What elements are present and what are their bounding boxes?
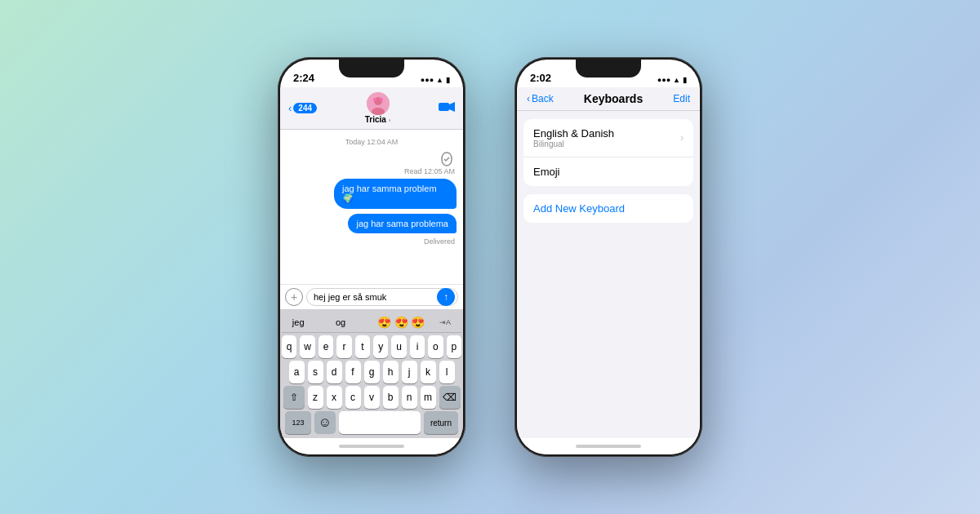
contact-avatar [367,92,390,115]
message-input-area[interactable]: + hej jeg er så smuk ↑ [280,284,463,309]
english-danish-row[interactable]: English & Danish Bilingual › [523,119,693,157]
message-bubble-1: jag har samma problem 🌍 [334,179,457,209]
signal-icon: ●●● [421,76,434,84]
key-l[interactable]: l [439,361,455,383]
messages-nav: ‹ 244 Tricia › [280,87,463,130]
back-chevron-settings-icon: ‹ [527,93,530,104]
home-indicator-settings [517,438,700,454]
key-g[interactable]: g [364,361,380,383]
contact-name: Tricia › [365,115,391,124]
notch [339,60,404,78]
key-p[interactable]: p [447,335,461,358]
key-i[interactable]: i [410,335,425,358]
key-a[interactable]: a [289,361,305,383]
numbers-key[interactable]: 123 [285,411,311,434]
contact-info[interactable]: Tricia › [365,92,391,124]
input-text: hej jeg er så smuk [314,292,386,302]
return-key[interactable]: return [424,411,458,434]
emoji-key[interactable]: ☺ [314,411,336,434]
delete-key[interactable]: ⌫ [439,386,461,409]
english-danish-title: English & Danish [533,127,614,140]
key-v[interactable]: v [364,386,380,409]
wifi-icon: ▲ [436,76,443,84]
key-y[interactable]: y [373,335,388,358]
key-b[interactable]: b [383,386,399,409]
key-f[interactable]: f [345,361,361,383]
svg-rect-5 [439,103,449,111]
suggestion-2[interactable]: og [336,317,345,327]
signal-icon-settings: ●●● [657,76,670,84]
read-label: Read 12:05 AM [404,167,455,175]
lang-indicator: ⇥A [439,318,451,326]
shift-key[interactable]: ⇧ [283,386,305,409]
key-d[interactable]: d [327,361,342,383]
edit-button[interactable]: Edit [673,93,690,104]
english-danish-subtitle: Bilingual [533,140,614,148]
status-time-settings: 2:02 [530,72,551,84]
add-keyboard-label: Add New Keyboard [533,202,625,215]
send-button[interactable]: ↑ [437,288,455,306]
key-e[interactable]: e [318,335,333,358]
add-keyboard-section: Add New Keyboard [523,194,693,223]
keyboards-list: English & Danish Bilingual › Emoji [523,119,693,186]
status-icons-settings: ●●● ▲ ▮ [657,76,687,84]
video-call-button[interactable] [439,101,455,116]
key-q[interactable]: q [282,335,296,358]
read-status: Read 12:05 AM [288,151,455,175]
phone-settings: 2:02 ●●● ▲ ▮ ‹ Back Keyboards Edit Engli… [514,57,702,457]
notch-settings [576,60,641,78]
delivered-label: Delivered [424,237,455,246]
svg-point-3 [373,98,376,101]
status-icons-messages: ●●● ▲ ▮ [421,76,450,84]
key-w[interactable]: w [300,335,314,358]
settings-nav: ‹ Back Keyboards Edit [517,87,700,111]
english-danish-info: English & Danish Bilingual [533,127,614,148]
battery-icon-settings: ▮ [683,76,687,84]
wifi-icon-settings: ▲ [673,76,680,84]
messages-body: Today 12:04 AM Read 12:05 AM jag har sam… [280,130,463,284]
settings-body: English & Danish Bilingual › Emoji Add N… [517,111,700,438]
key-r[interactable]: r [336,335,351,358]
back-badge[interactable]: 244 [293,103,317,113]
keyboard-row-2: a s d f g h j k l [282,361,461,383]
suggestion-1[interactable]: jeg [292,317,305,327]
suggestion-3[interactable]: 😍 😍 😍 [377,316,425,329]
svg-point-4 [380,98,383,101]
back-button-messages[interactable]: ‹ 244 [288,102,317,114]
key-m[interactable]: m [421,386,436,409]
key-h[interactable]: h [383,361,399,383]
keyboard-row-1: q w e r t y u i o p [282,335,461,358]
key-x[interactable]: x [327,386,342,409]
key-k[interactable]: k [421,361,436,383]
space-key[interactable] [339,411,421,434]
keyboard-bottom-row: 123 ☺ return [282,411,461,434]
keyboards-title: Keyboards [584,92,643,105]
battery-icon: ▮ [446,76,450,84]
key-s[interactable]: s [308,361,323,383]
add-attachment-button[interactable]: + [285,288,303,306]
chevron-right-icon-1: › [680,132,684,144]
message-bubble-2: jag har sama problema [348,214,457,233]
message-input[interactable]: hej jeg er så smuk ↑ [306,288,458,306]
keyboard: jeg | og | 😍 😍 😍 ⇥A q w e r t y u i o p [280,309,463,438]
key-n[interactable]: n [402,386,417,409]
home-bar [339,445,404,448]
key-t[interactable]: t [355,335,370,358]
settings-back-button[interactable]: ‹ Back [527,93,554,104]
keyboard-suggestions: jeg | og | 😍 😍 😍 ⇥A [282,312,461,333]
back-chevron-icon: ‹ [288,102,292,114]
emoji-info: Emoji [533,166,560,178]
add-keyboard-row[interactable]: Add New Keyboard [523,194,693,223]
key-z[interactable]: z [308,386,323,409]
home-bar-settings [576,445,641,448]
keyboard-row-3: ⇧ z x c v b n m ⌫ [282,386,461,409]
emoji-title: Emoji [533,166,560,178]
key-o[interactable]: o [428,335,443,358]
key-j[interactable]: j [402,361,417,383]
phone-messages: 2:24 ●●● ▲ ▮ ‹ 244 [278,57,466,457]
key-u[interactable]: u [391,335,406,358]
key-c[interactable]: c [345,386,361,409]
emoji-row[interactable]: Emoji [523,157,693,186]
date-label: Today 12:04 AM [287,138,457,146]
home-indicator [280,438,463,454]
